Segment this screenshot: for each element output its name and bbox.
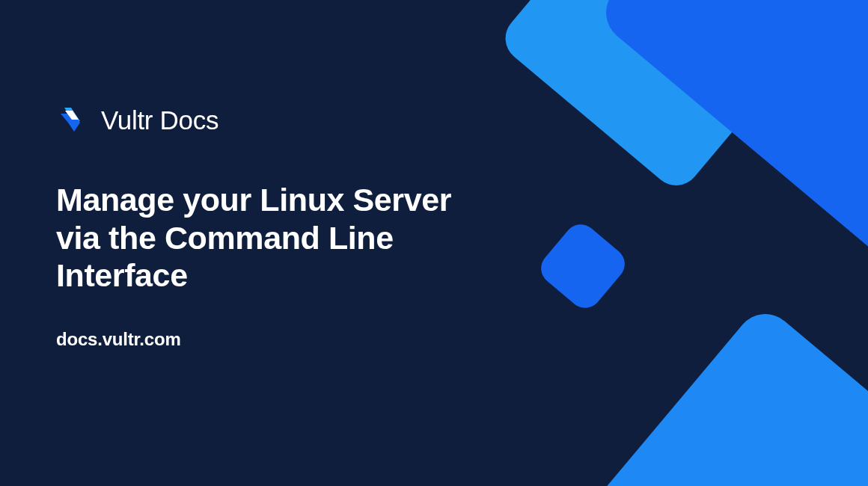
page-title: Manage your Linux Server via the Command… [56,181,475,295]
content-block: Vultr Docs Manage your Linux Server via … [0,0,868,350]
brand-name: Vultr Docs [101,105,218,135]
brand-row: Vultr Docs [56,105,868,136]
docs-url: docs.vultr.com [56,329,868,350]
vultr-logo-icon [56,105,88,136]
